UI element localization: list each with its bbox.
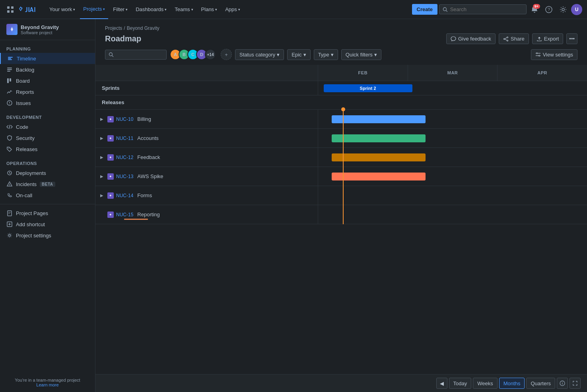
svg-line-5 <box>446 10 447 12</box>
epic-name-nuc10[interactable]: Billing <box>137 116 315 122</box>
svg-point-35 <box>504 38 505 39</box>
info-icon <box>560 380 565 386</box>
expand-nuc10[interactable]: ▶ <box>99 116 105 122</box>
svg-point-43 <box>538 55 540 56</box>
user-avatar[interactable]: U <box>571 4 582 15</box>
quarters-button[interactable]: Quarters <box>526 378 555 389</box>
help-button[interactable]: ? <box>542 3 555 16</box>
svg-rect-12 <box>7 68 12 68</box>
more-actions-button[interactable]: ••• <box>566 33 577 44</box>
chevron-down-icon: ▾ <box>73 8 75 12</box>
nav-teams[interactable]: Teams ▾ <box>171 0 196 19</box>
epic-name-nuc11[interactable]: Accounts <box>137 135 315 141</box>
expand-nuc11[interactable]: ▶ <box>99 135 105 142</box>
feedback-icon <box>451 36 456 42</box>
epic-name-nuc12[interactable]: Feedback <box>137 154 315 160</box>
beta-badge: BETA <box>40 182 55 187</box>
sidebar-item-timeline[interactable]: Timeline <box>0 53 95 64</box>
svg-rect-14 <box>7 71 10 72</box>
avatar-group: A B C D +14 <box>170 49 216 60</box>
add-person-button[interactable]: + <box>221 49 232 60</box>
sidebar-item-incidents[interactable]: Incidents BETA <box>0 179 95 190</box>
sidebar-item-backlog[interactable]: Backlog <box>0 64 95 75</box>
share-button[interactable]: Share <box>499 33 529 44</box>
svg-line-20 <box>9 125 10 129</box>
breadcrumb-project[interactable]: Beyond Gravity <box>127 25 159 31</box>
project-name: Beyond Gravity <box>21 24 59 30</box>
weeks-button[interactable]: Weeks <box>473 378 498 389</box>
sidebar-item-code[interactable]: Code <box>0 121 95 132</box>
info-button[interactable] <box>557 378 568 389</box>
nav-filter[interactable]: Filter ▾ <box>110 0 131 19</box>
svg-point-8 <box>562 8 564 11</box>
settings-button[interactable] <box>557 3 570 16</box>
sidebar-item-oncall[interactable]: On-call <box>0 190 95 201</box>
bar-nuc12[interactable] <box>332 153 426 161</box>
epics-container: ▶ ✦ NUC-10 Billing <box>95 110 587 224</box>
sidebar-item-project-settings[interactable]: Project settings <box>0 230 95 241</box>
epic-row-nuc11: ▶ ✦ NUC-11 Accounts <box>95 129 587 148</box>
sidebar-item-releases[interactable]: Releases <box>0 144 95 155</box>
bar-nuc13[interactable] <box>332 173 426 180</box>
sidebar-item-security[interactable]: Security <box>0 132 95 144</box>
sidebar-item-add-shortcut[interactable]: Add shortcut <box>0 219 95 230</box>
bottom-bar: ◀ Today Weeks Months Quarters <box>95 374 587 392</box>
epic-right-nuc10 <box>318 110 587 128</box>
type-filter[interactable]: Type ▾ <box>314 49 338 60</box>
sprints-chart: Sprint 2 <box>318 81 587 95</box>
export-button[interactable]: Export <box>532 33 564 44</box>
breadcrumb-projects[interactable]: Projects <box>105 25 122 31</box>
status-category-filter[interactable]: Status category ▾ <box>235 49 284 60</box>
search-box[interactable] <box>439 4 527 14</box>
avatar-count[interactable]: +14 <box>205 49 216 60</box>
fullscreen-button[interactable] <box>570 378 581 389</box>
sidebar-item-issues[interactable]: Issues <box>0 97 95 109</box>
quick-filters[interactable]: Quick filters ▾ <box>341 49 381 60</box>
project-pages-icon <box>6 210 13 216</box>
svg-point-25 <box>9 185 10 186</box>
epic-icon-nuc11: ✦ <box>107 135 114 142</box>
months-button[interactable]: Months <box>499 378 525 389</box>
project-header[interactable]: Beyond Gravity Software project <box>0 19 95 40</box>
sidebar-item-board[interactable]: Board <box>0 75 95 86</box>
sidebar-item-deployments[interactable]: Deployments <box>0 167 95 179</box>
nav-your-work[interactable]: Your work ▾ <box>46 0 78 19</box>
nav-dashboards[interactable]: Dashboards ▾ <box>132 0 170 19</box>
sprint-bar[interactable]: Sprint 2 <box>324 84 412 92</box>
notifications-button[interactable]: 9+ <box>528 3 541 16</box>
svg-point-32 <box>9 235 11 237</box>
sidebar-item-project-pages[interactable]: Project Pages <box>0 208 95 219</box>
expand-nuc12[interactable]: ▶ <box>99 154 105 161</box>
bar-nuc11[interactable] <box>332 134 426 142</box>
epic-filter[interactable]: Epic ▾ <box>287 49 310 60</box>
nav-projects[interactable]: Projects ▾ <box>80 0 108 19</box>
sidebar-item-reports[interactable]: Reports <box>0 86 95 97</box>
apps-grid-icon[interactable] <box>5 4 16 15</box>
nav-plans[interactable]: Plans ▾ <box>198 0 221 19</box>
epic-name-nuc13[interactable]: AWS Spike <box>137 173 315 179</box>
give-feedback-button[interactable]: Give feedback <box>446 33 496 44</box>
scroll-left-button[interactable]: ◀ <box>436 378 447 389</box>
jira-logo[interactable]: Jira <box>17 6 41 14</box>
search-icon <box>109 52 114 57</box>
deployments-icon <box>6 170 13 176</box>
bar-nuc10[interactable] <box>332 115 426 123</box>
search-input[interactable] <box>450 6 523 12</box>
view-settings-button[interactable]: View settings <box>531 49 577 60</box>
nav-apps[interactable]: Apps ▾ <box>222 0 243 19</box>
svg-line-36 <box>505 37 507 38</box>
epic-right-nuc14 <box>318 186 587 205</box>
roadmap-search-input[interactable] <box>115 52 163 58</box>
expand-nuc13[interactable]: ▶ <box>99 173 105 180</box>
breadcrumb: Projects / Beyond Gravity <box>105 25 577 31</box>
roadmap-search[interactable] <box>105 50 167 60</box>
epic-name-nuc15[interactable]: Reporting <box>137 212 315 217</box>
create-button[interactable]: Create <box>412 4 437 15</box>
today-button[interactable]: Today <box>449 378 472 389</box>
svg-text:?: ? <box>548 7 550 12</box>
expand-nuc14[interactable]: ▶ <box>99 192 105 199</box>
issues-icon <box>6 100 13 106</box>
learn-more-link[interactable]: Learn more <box>36 382 58 387</box>
epic-name-nuc14[interactable]: Forms <box>137 192 315 198</box>
epic-left-nuc12: ▶ ✦ NUC-12 Feedback <box>95 148 318 167</box>
